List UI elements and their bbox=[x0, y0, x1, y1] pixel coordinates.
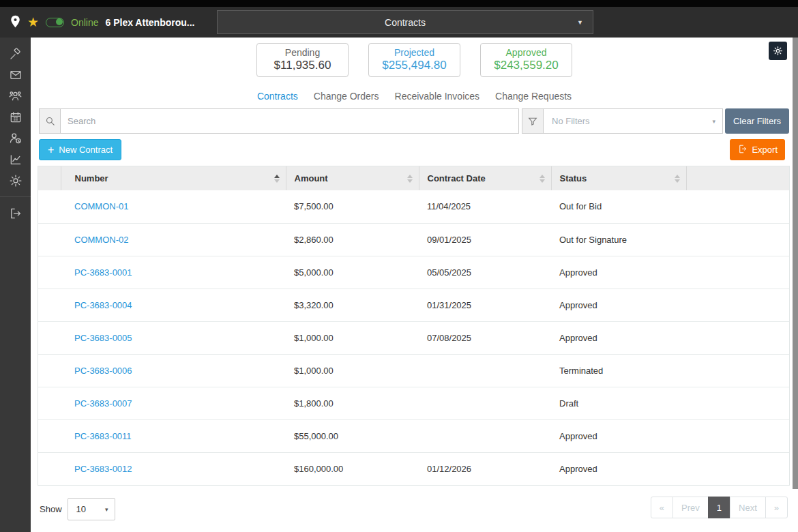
vertical-scrollbar[interactable] bbox=[793, 38, 798, 489]
hammer-icon[interactable] bbox=[0, 43, 31, 64]
envelope-icon[interactable] bbox=[0, 64, 31, 85]
amount-cell: $2,860.00 bbox=[286, 223, 419, 256]
person-clock-icon[interactable] bbox=[0, 128, 31, 149]
date-cell bbox=[419, 354, 551, 387]
table-row: COMMON-01 $7,500.00 11/04/2025 Out for B… bbox=[38, 190, 789, 223]
contract-number-link[interactable]: PC-3683-0001 bbox=[74, 267, 132, 278]
last-page-button[interactable]: » bbox=[765, 497, 788, 518]
contract-number-link[interactable]: PC-3683-0006 bbox=[74, 366, 132, 376]
table-header-row: Number Amount Contract Date Status bbox=[38, 166, 789, 190]
page-size-select[interactable]: 10 ▾ bbox=[68, 498, 115, 520]
date-cell: 05/05/2025 bbox=[419, 256, 551, 289]
first-page-button[interactable]: « bbox=[651, 497, 673, 518]
project-name[interactable]: 6 Plex Attenborou... bbox=[106, 17, 195, 28]
page-size-group: Show 10 ▾ bbox=[40, 498, 115, 520]
tab-contracts[interactable]: Contracts bbox=[257, 91, 298, 102]
top-strip bbox=[0, 0, 798, 7]
table-row: PC-3683-0007 $1,800.00 Draft bbox=[38, 387, 789, 419]
online-status-label: Online bbox=[71, 17, 98, 28]
export-button[interactable]: Export bbox=[730, 139, 785, 160]
topbar-left-group: ★ Online 6 Plex Attenborou... bbox=[0, 15, 194, 30]
card-value: $255,494.80 bbox=[379, 59, 450, 72]
contract-number-link[interactable]: PC-3683-0012 bbox=[74, 464, 132, 474]
favorite-star-icon[interactable]: ★ bbox=[27, 16, 39, 29]
date-cell bbox=[419, 387, 551, 419]
plus-icon: + bbox=[48, 144, 54, 156]
contract-number-link[interactable]: PC-3683-0004 bbox=[74, 300, 132, 310]
table-row: PC-3683-0011 $55,000.00 Approved bbox=[38, 419, 789, 452]
top-bar: ★ Online 6 Plex Attenborou... Contracts … bbox=[0, 7, 798, 38]
card-value: $11,935.60 bbox=[267, 59, 338, 72]
filters-dropdown-value: No Filters bbox=[552, 116, 590, 126]
card-value: $243,559.20 bbox=[490, 59, 562, 72]
logout-icon[interactable] bbox=[0, 203, 31, 224]
chevron-down-icon: ▾ bbox=[105, 506, 108, 513]
header-select-column bbox=[38, 166, 61, 190]
page-size-value: 10 bbox=[76, 504, 86, 514]
sort-icon bbox=[675, 175, 680, 183]
summary-card-pending: Pending $11,935.60 bbox=[256, 43, 349, 77]
amount-cell: $5,000.00 bbox=[286, 256, 419, 289]
sidebar-divider bbox=[0, 196, 31, 197]
show-label: Show bbox=[40, 504, 62, 514]
status-cell: Approved bbox=[551, 289, 686, 321]
new-contract-button[interactable]: + New Contract bbox=[39, 139, 121, 160]
table-row: PC-3683-0004 $3,320.00 01/31/2025 Approv… bbox=[38, 289, 789, 321]
tab-change-orders[interactable]: Change Orders bbox=[314, 91, 379, 102]
pagination: « Prev 1 Next » bbox=[651, 497, 788, 518]
export-label: Export bbox=[752, 145, 778, 155]
team-icon[interactable] bbox=[0, 85, 31, 106]
date-cell bbox=[419, 419, 551, 452]
amount-cell: $1,800.00 bbox=[286, 387, 419, 419]
filters-dropdown[interactable]: No Filters ▾ bbox=[544, 108, 723, 134]
chevron-down-icon: ▼ bbox=[577, 19, 583, 26]
table-row: PC-3683-0001 $5,000.00 05/05/2025 Approv… bbox=[38, 256, 789, 289]
card-label: Pending bbox=[267, 47, 338, 58]
settings-gear-icon[interactable] bbox=[0, 170, 31, 191]
tab-bar: Contracts Change Orders Receivable Invoi… bbox=[31, 91, 798, 102]
contract-number-link[interactable]: PC-3683-0011 bbox=[74, 431, 132, 441]
page-1-button[interactable]: 1 bbox=[708, 497, 730, 518]
table-row: PC-3683-0006 $1,000.00 Terminated bbox=[38, 354, 789, 387]
amount-cell: $55,000.00 bbox=[286, 419, 419, 452]
next-page-button[interactable]: Next bbox=[730, 497, 766, 518]
status-cell: Approved bbox=[551, 256, 686, 289]
search-icon bbox=[39, 108, 61, 134]
tab-change-requests[interactable]: Change Requests bbox=[495, 91, 572, 102]
amount-cell: $1,000.00 bbox=[286, 321, 419, 354]
contract-number-link[interactable]: COMMON-01 bbox=[74, 201, 128, 211]
status-cell: Approved bbox=[551, 321, 686, 354]
contract-number-link[interactable]: PC-3683-0005 bbox=[74, 333, 132, 343]
status-cell: Terminated bbox=[551, 354, 686, 387]
actions-row: + New Contract Export bbox=[39, 139, 785, 160]
tab-receivable-invoices[interactable]: Receivable Invoices bbox=[395, 91, 480, 102]
clear-filters-button[interactable]: Clear Filters bbox=[725, 108, 789, 134]
calendar-icon[interactable] bbox=[0, 106, 31, 128]
export-icon bbox=[737, 144, 748, 156]
status-cell: Out for Bid bbox=[551, 190, 686, 223]
column-header-status[interactable]: Status bbox=[551, 166, 686, 190]
column-header-amount[interactable]: Amount bbox=[286, 166, 419, 190]
line-chart-icon[interactable] bbox=[0, 149, 31, 170]
status-cell: Approved bbox=[551, 419, 686, 452]
date-cell: 09/01/2025 bbox=[419, 223, 551, 256]
amount-cell: $1,000.00 bbox=[286, 354, 419, 387]
contract-number-link[interactable]: COMMON-02 bbox=[74, 235, 128, 245]
location-pin-icon[interactable] bbox=[10, 15, 20, 30]
contract-number-link[interactable]: PC-3683-0007 bbox=[74, 398, 132, 409]
settings-gear-button[interactable] bbox=[769, 42, 787, 60]
prev-page-button[interactable]: Prev bbox=[673, 497, 709, 518]
chevron-down-icon: ▾ bbox=[712, 118, 715, 125]
module-selector-dropdown[interactable]: Contracts ▼ bbox=[217, 10, 593, 34]
sidebar bbox=[0, 38, 31, 532]
summary-card-projected: Projected $255,494.80 bbox=[368, 43, 460, 77]
online-toggle[interactable] bbox=[46, 18, 64, 27]
toggle-knob bbox=[56, 18, 63, 25]
search-input[interactable] bbox=[61, 108, 519, 134]
column-header-number[interactable]: Number bbox=[61, 166, 286, 190]
amount-cell: $160,000.00 bbox=[286, 452, 419, 485]
sort-icon bbox=[407, 175, 413, 183]
column-header-contract-date[interactable]: Contract Date bbox=[419, 166, 551, 190]
new-contract-label: New Contract bbox=[59, 145, 113, 155]
module-selector-label: Contracts bbox=[385, 17, 426, 28]
